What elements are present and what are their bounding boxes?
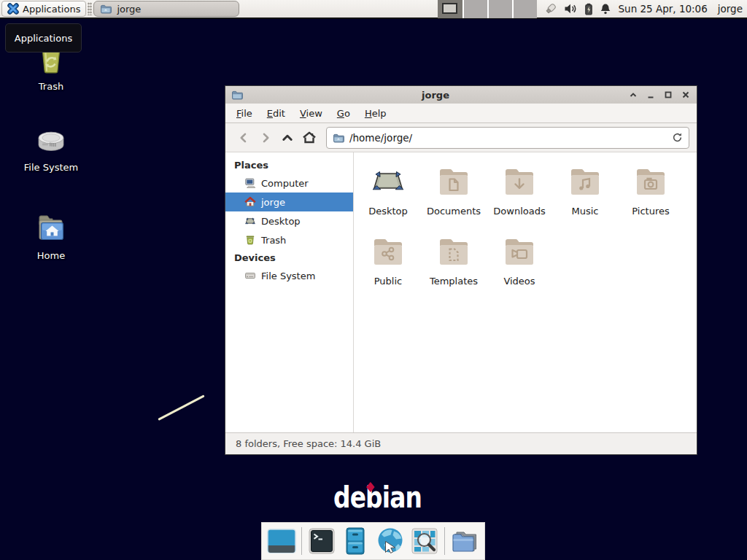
folder-templates-icon [436,234,471,272]
folder-icon [333,132,344,144]
sidebar-item-label: jorge [261,197,285,208]
home-icon [244,196,256,208]
volume-icon[interactable] [564,3,578,15]
sidebar-item-jorge[interactable]: jorge [225,192,353,211]
file-name: Videos [503,276,535,287]
web-browser-icon[interactable] [375,526,406,556]
file-name: Pictures [632,206,669,217]
window-icon [231,89,243,101]
folder-videos-icon [502,234,537,272]
folder-pictures-icon [633,164,668,202]
sidebar-header-devices: Devices [225,249,353,266]
file-item-templates[interactable]: Templates [421,234,487,304]
back-button[interactable] [233,128,255,148]
home-button[interactable] [298,128,320,148]
sidebar-item-desktop[interactable]: Desktop [225,211,353,230]
menu-edit[interactable]: Edit [260,106,292,121]
workspace-window-miniature [442,3,457,14]
debian-logo: debian [333,483,422,512]
reload-icon[interactable] [672,132,683,143]
system-tray [544,2,611,15]
statusbar: 8 folders, Free space: 14.4 GiB [225,432,697,454]
file-name: Documents [427,206,481,217]
trash-icon [244,234,256,246]
workspace-3[interactable] [487,0,512,18]
wallpaper-swirl-line [158,394,204,420]
menu-go[interactable]: Go [330,106,357,121]
xfce-logo-icon [7,3,19,15]
file-name: Music [572,206,599,217]
computer-icon [244,177,256,189]
folder-documents-icon [436,164,471,202]
location-bar[interactable]: /home/jorge/ [326,127,689,149]
sidebar-item-label: File System [261,271,315,281]
top-panel: Applications jorge [0,0,747,19]
desktop-folder-icon [371,164,406,202]
folder-music-icon [568,164,603,202]
sidebar-item-label: Desktop [261,216,301,227]
menu-help[interactable]: Help [358,106,393,121]
file-item-videos[interactable]: Videos [487,234,552,304]
maximize-button[interactable] [663,90,673,99]
folder-public-icon [371,234,406,272]
app-finder-icon[interactable] [410,526,439,556]
file-item-downloads[interactable]: Downloads [487,164,552,234]
folder-icon [100,3,112,15]
workspace-1[interactable] [438,0,462,18]
file-name: Public [374,276,402,287]
minimize-button[interactable] [646,90,656,99]
tooltip-text: Applications [15,33,72,44]
shade-button[interactable] [628,90,638,99]
dock-separator [301,527,302,555]
sidebar-header-places: Places [225,157,353,174]
home-folder-icon [33,211,69,246]
close-button[interactable] [681,90,691,99]
file-cabinet-icon[interactable] [341,526,370,556]
notifications-icon[interactable] [600,3,611,15]
applications-menu-button[interactable]: Applications [1,1,86,17]
drive-icon [244,270,256,281]
desktop-icon-home[interactable]: Home [16,211,86,261]
up-button[interactable] [276,128,298,148]
show-desktop-icon[interactable] [266,526,297,556]
folder-downloads-icon [502,164,537,202]
sidebar-item-trash[interactable]: Trash [225,230,353,249]
file-item-pictures[interactable]: Pictures [618,164,684,234]
sidebar-item-label: Trash [261,235,286,246]
workspace-4[interactable] [512,0,537,18]
terminal-icon[interactable] [307,526,336,556]
applications-menu-label: Applications [23,4,80,15]
taskbar-window-label: jorge [117,4,141,15]
desktop: { "panel": { "applications_label": "Appl… [0,0,747,560]
menubar: File Edit View Go Help [225,104,697,123]
desktop-icon-label: Home [37,250,65,261]
window-titlebar[interactable]: jorge [225,86,697,104]
sidebar-item-file-system[interactable]: File System [225,266,353,285]
input-device-icon[interactable] [544,2,557,15]
statusbar-text: 8 folders, Free space: 14.4 GiB [236,438,381,449]
forward-button[interactable] [255,128,276,148]
panel-username: jorge [718,3,743,15]
workspace-switcher [438,0,537,18]
menu-view[interactable]: View [293,106,329,121]
file-item-music[interactable]: Music [552,164,618,234]
file-item-documents[interactable]: Documents [421,164,487,234]
workspace-2[interactable] [462,0,487,18]
file-name: Downloads [493,206,545,217]
toolbar: /home/jorge/ [225,123,697,152]
battery-icon[interactable] [584,3,593,15]
desktop-icon-file-system[interactable]: File System [16,122,86,173]
file-item-public[interactable]: Public [355,234,421,304]
dock [261,522,485,560]
desktop-icon [244,215,256,227]
panel-clock[interactable]: Sun 25 Apr, 10:06 [619,3,708,15]
sidebar-item-computer[interactable]: Computer [225,174,353,192]
sidebar-item-label: Computer [261,178,309,189]
directory-menu-icon[interactable] [449,526,480,556]
sidebar: Places Computer [225,152,354,432]
menu-file[interactable]: File [230,106,259,121]
file-item-desktop[interactable]: Desktop [355,164,421,234]
taskbar-window-button[interactable]: jorge [93,1,239,17]
panel-handle[interactable] [88,2,92,15]
location-path[interactable]: /home/jorge/ [349,132,667,144]
